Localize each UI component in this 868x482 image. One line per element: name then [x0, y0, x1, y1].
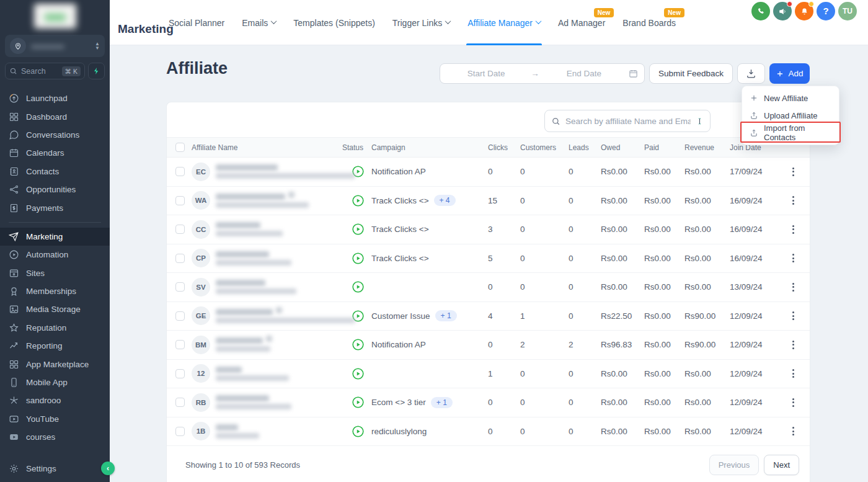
- search-icon: [551, 117, 560, 126]
- menu-item-import-from-contacts[interactable]: Import from Contacts: [742, 124, 839, 141]
- end-date-field[interactable]: End Date: [544, 69, 624, 78]
- paid-value: Rs0.00: [644, 311, 684, 321]
- tab-emails[interactable]: Emails: [242, 0, 276, 45]
- megaphone-button[interactable]: [773, 2, 792, 20]
- affiliate-table-card: Affiliate NameStatusCampaignClicksCustom…: [166, 102, 810, 482]
- sidebar-item-reputation[interactable]: Reputation: [0, 319, 110, 337]
- email-blur-bar: [216, 375, 289, 381]
- menu-item-upload-affiliate[interactable]: Upload Affiliate: [742, 107, 839, 124]
- avatar: 12: [192, 364, 210, 383]
- sidebar-item-conversations[interactable]: Conversations: [0, 126, 110, 144]
- row-actions-button[interactable]: [784, 252, 810, 264]
- agency-logo-image: [34, 4, 76, 29]
- sidebar-item-app-marketplace[interactable]: App Marketplace: [0, 355, 110, 373]
- sidebar-item-contacts[interactable]: Contacts: [0, 163, 110, 181]
- row-checkbox[interactable]: [175, 427, 185, 436]
- status-active-icon[interactable]: [342, 338, 371, 351]
- row-actions-button[interactable]: [784, 166, 810, 177]
- sidebar-item-dashboard[interactable]: Dashboard: [0, 107, 110, 125]
- download-button[interactable]: [737, 63, 765, 84]
- search-icon: [9, 67, 17, 75]
- row-checkbox[interactable]: [175, 167, 185, 176]
- sidebar-item-mobile-app[interactable]: Mobile App: [0, 373, 110, 391]
- row-checkbox[interactable]: [175, 398, 185, 407]
- sidebar-item-launchpad[interactable]: Launchpad: [0, 89, 110, 107]
- tab-label: Brand Boards: [622, 18, 676, 28]
- automation-icon: [9, 249, 19, 260]
- sidebar-item-payments[interactable]: Payments: [0, 199, 110, 216]
- sidebar-item-memberships[interactable]: Memberships: [0, 282, 110, 300]
- clicks-value: 15: [488, 196, 520, 205]
- name-badge-blur: [288, 192, 294, 198]
- row-checkbox[interactable]: [175, 340, 185, 349]
- start-date-field[interactable]: Start Date: [446, 69, 526, 78]
- revenue-value: Rs0.00: [684, 196, 730, 205]
- avatar: RB: [192, 393, 210, 412]
- affiliate-search-input[interactable]: [565, 117, 691, 126]
- quick-actions-button[interactable]: [88, 63, 105, 79]
- select-all-checkbox[interactable]: [175, 143, 185, 152]
- row-actions-button[interactable]: [784, 223, 810, 235]
- row-checkbox[interactable]: [175, 225, 185, 234]
- leads-value: 0: [569, 311, 601, 321]
- row-actions-button[interactable]: [784, 339, 810, 350]
- row-checkbox[interactable]: [175, 369, 185, 378]
- status-active-icon[interactable]: [342, 223, 371, 236]
- sidebar-item-automation[interactable]: Automation: [0, 246, 110, 264]
- sidebar-item-youtube[interactable]: YouTube: [0, 410, 110, 428]
- row-checkbox[interactable]: [175, 282, 185, 292]
- row-actions-button[interactable]: [784, 310, 810, 322]
- menu-item-new-affiliate[interactable]: New Affiliate: [742, 89, 839, 107]
- row-actions-button[interactable]: [784, 368, 810, 380]
- table-row: SV000Rs0.00Rs0.00Rs0.0013/09/24: [167, 273, 810, 302]
- tab-trigger-links[interactable]: Trigger Links: [392, 0, 450, 45]
- sidebar-item-settings[interactable]: Settings ‹: [0, 455, 110, 482]
- add-button[interactable]: Add: [769, 63, 810, 84]
- tab-social-planner[interactable]: Social Planner: [169, 0, 224, 45]
- campaign-more-badge[interactable]: + 4: [434, 195, 456, 206]
- sidebar-item-media-storage[interactable]: Media Storage: [0, 300, 110, 318]
- sidebar-item-sites[interactable]: Sites: [0, 264, 110, 282]
- row-checkbox[interactable]: [175, 311, 185, 321]
- submit-feedback-button[interactable]: Submit Feedback: [649, 63, 733, 84]
- sidebar-item-calendars[interactable]: Calendars: [0, 144, 110, 162]
- status-active-icon[interactable]: [342, 396, 371, 409]
- avatar[interactable]: TU: [838, 2, 857, 20]
- sidebar-search-input[interactable]: Search ⌘ K: [5, 63, 85, 79]
- row-actions-button[interactable]: [784, 195, 810, 207]
- name-blur-bar: [216, 367, 242, 373]
- tab-affiliate-manager[interactable]: Affiliate Manager: [467, 0, 541, 45]
- sidebar-item-sandrooo[interactable]: sandrooo: [0, 391, 110, 409]
- status-active-icon[interactable]: [342, 280, 371, 293]
- col-header-paid: Paid: [644, 143, 684, 152]
- grid-icon: [9, 359, 19, 370]
- help-button[interactable]: ?: [817, 2, 835, 20]
- status-active-icon[interactable]: [342, 194, 371, 207]
- account-switcher[interactable]: ▲▼: [5, 35, 105, 57]
- campaign-cell: Track Clicks <>: [371, 225, 488, 234]
- row-actions-button[interactable]: [784, 281, 810, 293]
- table-row: BMNotification AP022Rs96.83Rs0.00Rs90.00…: [167, 331, 810, 360]
- row-actions-button[interactable]: [784, 426, 810, 437]
- next-page-button[interactable]: Next: [764, 455, 799, 475]
- status-active-icon[interactable]: [342, 367, 371, 380]
- row-actions-button[interactable]: [784, 396, 810, 408]
- sidebar-item-reporting[interactable]: Reporting: [0, 337, 110, 355]
- sidebar-item-marketing[interactable]: Marketing: [0, 228, 110, 246]
- status-active-icon[interactable]: [342, 425, 371, 438]
- bell-button[interactable]: [795, 2, 813, 20]
- phone-button[interactable]: [751, 2, 770, 20]
- sidebar-item-courses[interactable]: courses: [0, 428, 110, 446]
- campaign-more-badge[interactable]: + 1: [431, 397, 453, 408]
- campaign-more-badge[interactable]: + 1: [435, 310, 457, 321]
- tab-brand-boards[interactable]: Brand BoardsNew: [622, 0, 676, 45]
- date-range-picker[interactable]: Start Date → End Date: [440, 63, 645, 84]
- row-checkbox[interactable]: [175, 254, 185, 263]
- sidebar-item-opportunities[interactable]: Opportunities: [0, 181, 110, 199]
- row-checkbox[interactable]: [175, 196, 185, 205]
- status-active-icon[interactable]: [342, 252, 371, 265]
- tab-templates-snippets[interactable]: Templates (Snippets): [293, 0, 375, 45]
- previous-page-button[interactable]: Previous: [709, 455, 760, 475]
- sidebar-collapse-button[interactable]: ‹: [101, 462, 115, 475]
- tab-ad-manager[interactable]: Ad ManagerNew: [558, 0, 605, 45]
